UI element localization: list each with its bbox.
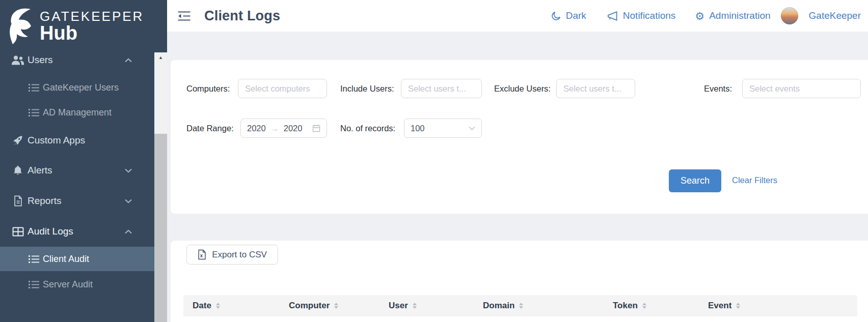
sidebar-item-ad-management[interactable]: AD Management (0, 100, 154, 125)
file-excel-icon (198, 249, 206, 260)
column-header-domain[interactable]: Domain (483, 295, 523, 316)
sidebar-item-label: GateKeeper Users (43, 82, 119, 93)
sidebar-scrollbar[interactable]: ▲ (154, 52, 167, 322)
sidebar-item-custom-apps[interactable]: Custom Apps (0, 128, 154, 153)
chevron-down-icon (469, 126, 475, 131)
sidebar-item-label: Client Audit (43, 254, 89, 265)
chevron-up-icon (125, 58, 132, 63)
page-content: Computers: Include Users: Exclude Users:… (167, 32, 868, 322)
column-label: Domain (483, 301, 514, 311)
date-from-value: 2020 (247, 124, 266, 133)
file-icon (10, 195, 25, 207)
column-header-event[interactable]: Event (708, 295, 740, 316)
sidebar-item-gatekeeper-users[interactable]: GateKeeper Users (0, 75, 154, 100)
search-button[interactable]: Search (669, 169, 721, 192)
notifications-button[interactable]: Notifications (607, 10, 676, 21)
list-icon (26, 280, 41, 289)
brand-text: GATEKEEPER Hub (40, 9, 144, 44)
bell-icon (10, 165, 25, 176)
dark-mode-label: Dark (566, 10, 586, 21)
chevron-down-icon (125, 199, 132, 203)
megaphone-icon (607, 11, 618, 21)
sidebar-item-label: Alerts (28, 165, 52, 176)
sidebar-item-label: Reports (28, 195, 62, 207)
include-users-select[interactable] (401, 79, 482, 98)
column-header-token[interactable]: Token (613, 295, 646, 316)
gear-icon: ⚙ (695, 11, 704, 21)
events-select[interactable] (742, 79, 861, 98)
spartan-helmet-icon (4, 5, 37, 48)
sidebar-item-label: AD Management (43, 107, 112, 118)
page-title: Client Logs (204, 8, 280, 24)
sidebar-item-server-audit[interactable]: Server Audit (0, 272, 154, 297)
include-users-label: Include Users: (340, 84, 394, 94)
table-icon (10, 227, 25, 237)
dark-mode-toggle[interactable]: Dark (551, 10, 586, 21)
calendar-icon (312, 124, 320, 132)
avatar (781, 7, 798, 24)
column-label: Token (613, 301, 638, 311)
main-area: Client Logs Dark Notifications ⚙ Adminis… (167, 0, 868, 322)
scrollbar-thumb[interactable] (154, 134, 167, 322)
column-header-date[interactable]: Date (193, 295, 220, 316)
sort-icon[interactable] (413, 303, 417, 309)
computers-select[interactable] (238, 79, 327, 98)
column-label: Date (193, 301, 211, 311)
records-select[interactable]: 100 (404, 119, 482, 138)
sort-icon[interactable] (736, 303, 740, 309)
table-header-row: Date Computer User Domain Token (183, 295, 857, 316)
column-label: User (389, 301, 408, 311)
results-panel: Export to CSV Date Computer User Domain (171, 241, 868, 322)
sidebar-item-reports[interactable]: Reports (0, 189, 154, 213)
events-label: Events: (704, 84, 732, 94)
sidebar-item-label: Users (28, 54, 53, 66)
collapse-sidebar-icon[interactable] (177, 10, 191, 22)
sidebar-item-alerts[interactable]: Alerts (0, 158, 154, 183)
sidebar-item-label: Server Audit (43, 279, 93, 290)
computers-label: Computers: (186, 84, 230, 94)
records-label: No. of records: (340, 124, 395, 133)
export-csv-button[interactable]: Export to CSV (186, 245, 278, 265)
sidebar-item-label: Custom Apps (28, 135, 85, 146)
chevron-up-icon (125, 229, 132, 234)
chevron-down-icon (125, 168, 132, 173)
exclude-users-label: Exclude Users: (494, 84, 551, 94)
user-menu[interactable]: GateKeeper (781, 7, 861, 24)
sort-icon[interactable] (334, 303, 338, 309)
brand-logo[interactable]: GATEKEEPER Hub (0, 0, 167, 52)
column-label: Computer (289, 301, 330, 311)
username-label: GateKeeper (809, 10, 861, 21)
brand-line1: GATEKEEPER (40, 9, 144, 24)
top-header: Client Logs Dark Notifications ⚙ Adminis… (167, 0, 868, 32)
list-icon (26, 108, 41, 117)
administration-button[interactable]: ⚙ Administration (695, 10, 770, 21)
administration-label: Administration (709, 10, 770, 21)
scrollbar-up-arrow[interactable]: ▲ (154, 52, 167, 62)
exclude-users-select[interactable] (556, 79, 635, 98)
sidebar-item-users[interactable]: Users (0, 48, 154, 72)
moon-icon (551, 11, 561, 21)
sidebar: GATEKEEPER Hub Users GateKeeper Users AD… (0, 0, 167, 322)
header-actions: Dark Notifications ⚙ Administration Gate… (551, 7, 861, 24)
records-value: 100 (411, 124, 425, 133)
sidebar-item-audit-logs[interactable]: Audit Logs (0, 219, 154, 244)
date-range-label: Date Range: (186, 124, 234, 133)
column-label: Event (708, 301, 731, 311)
filter-panel: Computers: Include Users: Exclude Users:… (171, 60, 868, 214)
date-range-picker[interactable]: 2020 → 2020 (240, 119, 327, 138)
date-to-value: 2020 (284, 124, 303, 133)
column-header-computer[interactable]: Computer (289, 295, 338, 316)
sort-icon[interactable] (519, 303, 523, 309)
sidebar-item-client-audit[interactable]: Client Audit (0, 247, 154, 271)
rocket-icon (10, 135, 25, 146)
export-csv-label: Export to CSV (212, 250, 267, 260)
clear-filters-link[interactable]: Clear Filters (732, 175, 777, 185)
sidebar-item-label: Audit Logs (28, 226, 73, 237)
notifications-label: Notifications (623, 10, 676, 21)
sort-icon[interactable] (642, 303, 646, 309)
brand-line2: Hub (40, 22, 144, 44)
sort-icon[interactable] (216, 303, 220, 309)
list-icon (26, 83, 41, 92)
column-header-user[interactable]: User (389, 295, 417, 316)
list-icon (26, 255, 41, 264)
